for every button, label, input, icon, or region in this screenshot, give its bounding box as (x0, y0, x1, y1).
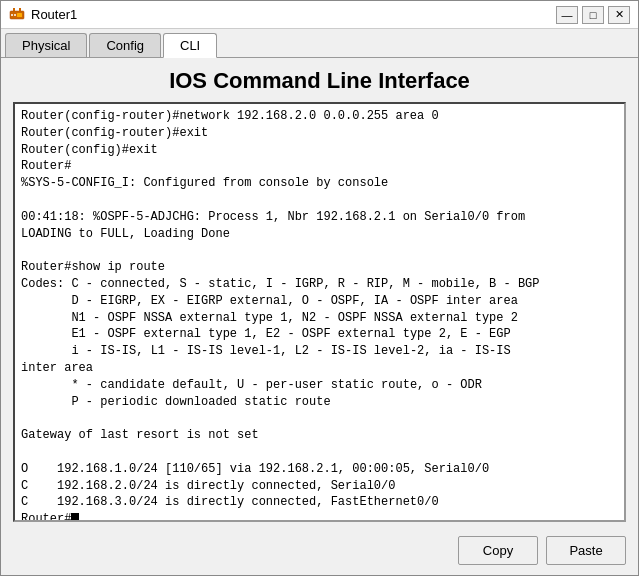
router-icon (9, 7, 25, 23)
cursor (71, 513, 79, 520)
window-title: Router1 (31, 7, 77, 22)
terminal-scroll[interactable]: Router(config-router)#network 192.168.2.… (15, 104, 624, 520)
tab-cli[interactable]: CLI (163, 33, 217, 58)
svg-rect-4 (13, 8, 15, 11)
svg-rect-3 (17, 13, 22, 17)
minimize-button[interactable]: — (556, 6, 578, 24)
paste-button[interactable]: Paste (546, 536, 626, 565)
tab-bar: Physical Config CLI (1, 29, 638, 58)
terminal-wrapper: Router(config-router)#network 192.168.2.… (13, 102, 626, 522)
maximize-button[interactable]: □ (582, 6, 604, 24)
svg-rect-5 (19, 8, 21, 11)
copy-button[interactable]: Copy (458, 536, 538, 565)
tab-physical[interactable]: Physical (5, 33, 87, 57)
page-title: IOS Command Line Interface (1, 58, 638, 102)
title-bar-left: Router1 (9, 7, 77, 23)
title-controls: — □ ✕ (556, 6, 630, 24)
close-button[interactable]: ✕ (608, 6, 630, 24)
terminal-output[interactable]: Router(config-router)#network 192.168.2.… (15, 104, 624, 520)
svg-point-2 (14, 14, 16, 16)
button-bar: Copy Paste (1, 530, 638, 575)
main-window: Router1 — □ ✕ Physical Config CLI IOS Co… (0, 0, 639, 576)
title-bar: Router1 — □ ✕ (1, 1, 638, 29)
tab-config[interactable]: Config (89, 33, 161, 57)
svg-point-1 (11, 14, 13, 16)
